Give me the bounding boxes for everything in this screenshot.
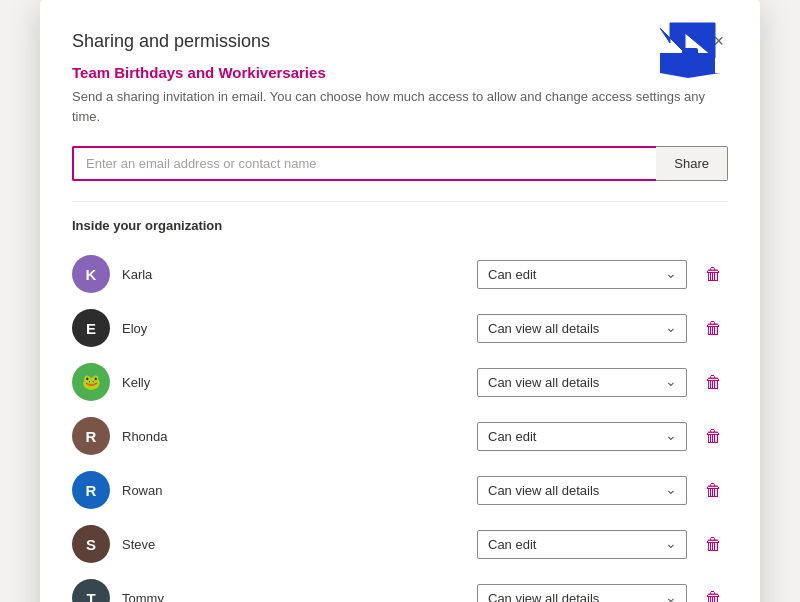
user-row: RRhondaCan editCan view all detailsCan v… [72, 409, 728, 463]
user-name: Eloy [122, 321, 465, 336]
user-name: Tommy [122, 591, 465, 603]
user-row: EEloyCan editCan view all detailsCan vie… [72, 301, 728, 355]
permission-select[interactable]: Can editCan view all detailsCan view tit… [477, 422, 687, 451]
user-name: Kelly [122, 375, 465, 390]
dialog-title: Sharing and permissions [72, 31, 270, 52]
section-divider [72, 201, 728, 202]
close-button[interactable]: × [709, 28, 728, 54]
sharing-dialog: Sharing and permissions × Team Birthdays… [40, 0, 760, 602]
email-input[interactable] [72, 146, 656, 181]
user-row: RRowanCan editCan view all detailsCan vi… [72, 463, 728, 517]
user-name: Steve [122, 537, 465, 552]
permission-select-wrapper: Can editCan view all detailsCan view tit… [477, 530, 687, 559]
permission-select[interactable]: Can editCan view all detailsCan view tit… [477, 368, 687, 397]
avatar: T [72, 579, 110, 602]
user-row: KKarlaCan editCan view all detailsCan vi… [72, 247, 728, 301]
user-name: Rhonda [122, 429, 465, 444]
permission-select-wrapper: Can editCan view all detailsCan view tit… [477, 260, 687, 289]
share-row: Share [72, 146, 728, 181]
permission-select[interactable]: Can editCan view all detailsCan view tit… [477, 314, 687, 343]
share-button[interactable]: Share [656, 146, 728, 181]
description-text: Send a sharing invitation in email. You … [72, 87, 728, 126]
permission-select[interactable]: Can editCan view all detailsCan view tit… [477, 530, 687, 559]
permission-select-wrapper: Can editCan view all detailsCan view tit… [477, 584, 687, 603]
delete-user-button[interactable]: 🗑 [699, 370, 728, 395]
delete-user-button[interactable]: 🗑 [699, 478, 728, 503]
avatar: S [72, 525, 110, 563]
user-row: SSteveCan editCan view all detailsCan vi… [72, 517, 728, 571]
delete-user-button[interactable]: 🗑 [699, 586, 728, 603]
calendar-name: Team Birthdays and Workiversaries [72, 64, 728, 81]
avatar: R [72, 471, 110, 509]
user-row: TTommyCan editCan view all detailsCan vi… [72, 571, 728, 602]
dialog-header: Sharing and permissions × [72, 28, 728, 54]
user-row: 🐸KellyCan editCan view all detailsCan vi… [72, 355, 728, 409]
permission-select-wrapper: Can editCan view all detailsCan view tit… [477, 422, 687, 451]
permission-select[interactable]: Can editCan view all detailsCan view tit… [477, 584, 687, 603]
permission-select[interactable]: Can editCan view all detailsCan view tit… [477, 476, 687, 505]
section-title: Inside your organization [72, 218, 728, 233]
avatar: 🐸 [72, 363, 110, 401]
avatar: E [72, 309, 110, 347]
permission-select-wrapper: Can editCan view all detailsCan view tit… [477, 314, 687, 343]
delete-user-button[interactable]: 🗑 [699, 316, 728, 341]
permission-select[interactable]: Can editCan view all detailsCan view tit… [477, 260, 687, 289]
avatar: K [72, 255, 110, 293]
user-name: Rowan [122, 483, 465, 498]
avatar: R [72, 417, 110, 455]
delete-user-button[interactable]: 🗑 [699, 532, 728, 557]
permission-select-wrapper: Can editCan view all detailsCan view tit… [477, 476, 687, 505]
permission-select-wrapper: Can editCan view all detailsCan view tit… [477, 368, 687, 397]
delete-user-button[interactable]: 🗑 [699, 262, 728, 287]
user-name: Karla [122, 267, 465, 282]
user-list: KKarlaCan editCan view all detailsCan vi… [72, 247, 728, 602]
delete-user-button[interactable]: 🗑 [699, 424, 728, 449]
